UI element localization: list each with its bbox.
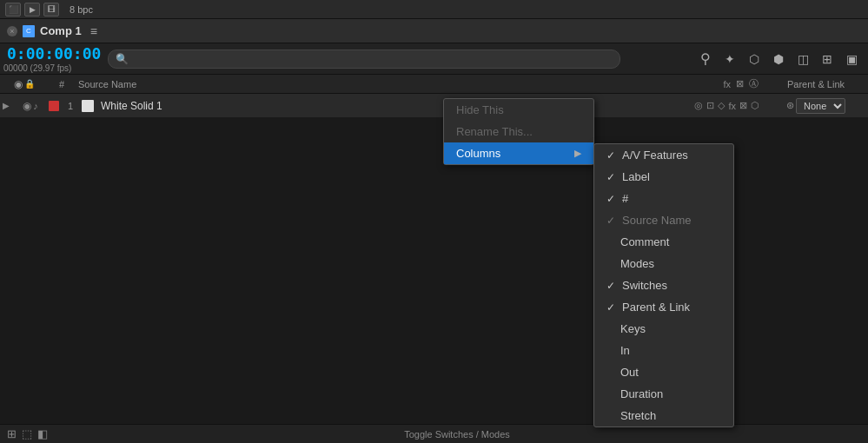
- layer-color-swatch[interactable]: [49, 101, 59, 111]
- layer-parent-area: ⊛ None: [764, 98, 868, 114]
- comp-title-bar: × C Comp 1 ≡: [0, 19, 868, 43]
- ctx-hide-this[interactable]: Hide This: [444, 99, 593, 121]
- layer-shy-btn[interactable]: ◎: [693, 100, 704, 111]
- layer-3d-btn[interactable]: ⬡: [750, 100, 760, 111]
- layer-fx-btn[interactable]: fx: [727, 101, 737, 111]
- comp-menu-btn[interactable]: ≡: [90, 24, 97, 38]
- ctx-col-in[interactable]: In: [594, 340, 733, 361]
- close-btn[interactable]: ×: [7, 26, 17, 36]
- layer-expand[interactable]: ▶: [0, 101, 12, 110]
- time-bar-icons: ⚲ ✦ ⬡ ⬢ ◫ ⊞ ▣: [696, 50, 861, 69]
- eye-col-icon: ◉: [14, 78, 23, 90]
- layer-switches: ◎ ⊡ ◇ fx ⊠ ⬡: [693, 100, 764, 111]
- context-menu-1: Hide This Rename This... Columns ▶: [443, 98, 594, 165]
- layer-quality-btn[interactable]: ◇: [717, 100, 726, 111]
- col-right-header: fx ⊠ Ⓐ: [721, 77, 764, 90]
- layer-mb-btn[interactable]: ⊠: [739, 100, 748, 111]
- ctx-columns-arrow: ▶: [574, 148, 581, 159]
- icon-btn-grid[interactable]: ⊞: [818, 50, 837, 69]
- timecode[interactable]: 0:00:00:00: [7, 44, 101, 63]
- ctx-col-source-name[interactable]: Source Name: [594, 209, 733, 231]
- bottom-new-solid-btn[interactable]: ⬚: [22, 427, 32, 440]
- col-num-header: #: [49, 79, 71, 89]
- col-motion-btn[interactable]: ⊠: [734, 78, 745, 89]
- audio-col-icon: 🔒: [24, 79, 35, 89]
- col-parent-header: Parent & Link: [764, 79, 868, 89]
- layer-type-icon: [82, 100, 94, 112]
- layer-eye-icon[interactable]: ◉: [23, 100, 31, 112]
- timeline-area: [0, 118, 868, 424]
- search-bar[interactable]: 🔍: [108, 50, 620, 69]
- col-headers: ◉ 🔒 # Source Name fx ⊠ Ⓐ Parent & Link: [0, 75, 868, 94]
- col-fx-btn[interactable]: fx: [721, 79, 732, 89]
- toolbar-btn-3[interactable]: 🎞: [43, 3, 59, 17]
- bottom-new-comp-btn[interactable]: ⊞: [7, 427, 17, 440]
- col-name-header: Source Name: [71, 79, 721, 89]
- layer-parent-icon: ⊛: [786, 100, 794, 111]
- icon-btn-guides[interactable]: ▣: [842, 50, 861, 69]
- layer-row: ▶ ◉ ♪ 1 White Solid 1 ◎ ⊡ ◇ fx ⊠ ⬡ ⊛ Non…: [0, 94, 868, 118]
- comp-icon: C: [23, 25, 35, 37]
- toolbar-btn-2[interactable]: ▶: [24, 3, 40, 17]
- ctx-col-modes[interactable]: Modes: [594, 253, 733, 274]
- layer-av: ◉ ♪: [12, 100, 49, 112]
- ctx-col-hash[interactable]: #: [594, 188, 733, 209]
- icon-btn-motion-blur[interactable]: ⚲: [696, 50, 715, 69]
- top-toolbar: ⬛ ▶ 🎞 8 bpc: [0, 0, 868, 19]
- icon-btn-transparent[interactable]: ◫: [793, 50, 812, 69]
- ctx-col-parent-link[interactable]: Parent & Link: [594, 296, 733, 318]
- toolbar-btn-1[interactable]: ⬛: [5, 3, 21, 17]
- ctx-col-label[interactable]: Label: [594, 166, 733, 188]
- bpc-label: 8 bpc: [70, 4, 93, 15]
- ctx-col-keys[interactable]: Keys: [594, 318, 733, 340]
- ctx-col-stretch[interactable]: Stretch: [594, 405, 733, 426]
- search-input[interactable]: [132, 54, 613, 64]
- bottom-bar: ⊞ ⬚ ◧ Toggle Switches / Modes: [0, 424, 868, 443]
- ctx-col-av[interactable]: A/V Features: [594, 144, 733, 166]
- ctx-columns[interactable]: Columns ▶: [444, 142, 593, 164]
- layer-audio-icon[interactable]: ♪: [33, 101, 38, 111]
- bottom-guide-btn[interactable]: ◧: [37, 427, 48, 440]
- layer-number: 1: [59, 101, 82, 111]
- layer-name[interactable]: White Solid 1: [97, 100, 693, 112]
- icon-btn-quality[interactable]: ✦: [720, 50, 739, 69]
- bottom-status: Toggle Switches / Modes: [53, 429, 861, 440]
- icon-btn-fx[interactable]: ⬡: [745, 50, 764, 69]
- comp-title: Comp 1: [40, 24, 82, 37]
- ctx-col-comment[interactable]: Comment: [594, 231, 733, 253]
- layer-collapse-btn[interactable]: ⊡: [706, 100, 715, 111]
- ctx-rename-this[interactable]: Rename This...: [444, 121, 593, 142]
- context-menu-2: A/V Features Label # Source Name Comment…: [593, 143, 734, 427]
- time-bar: 0:00:00:00 00000 (29.97 fps) 🔍 ⚲ ✦ ⬡ ⬢ ◫…: [0, 43, 868, 75]
- frame-info: 00000 (29.97 fps): [3, 63, 101, 73]
- layer-parent-select[interactable]: None: [796, 98, 845, 114]
- ctx-col-out[interactable]: Out: [594, 361, 733, 383]
- col-aa-btn[interactable]: Ⓐ: [747, 77, 760, 90]
- icon-btn-draft[interactable]: ⬢: [769, 50, 788, 69]
- col-av-header: ◉ 🔒: [0, 78, 49, 90]
- ctx-col-duration[interactable]: Duration: [594, 383, 733, 405]
- comp-panel: × C Comp 1 ≡ 0:00:00:00 00000 (29.97 fps…: [0, 19, 868, 443]
- search-icon: 🔍: [116, 53, 129, 65]
- ctx-col-switches[interactable]: Switches: [594, 274, 733, 296]
